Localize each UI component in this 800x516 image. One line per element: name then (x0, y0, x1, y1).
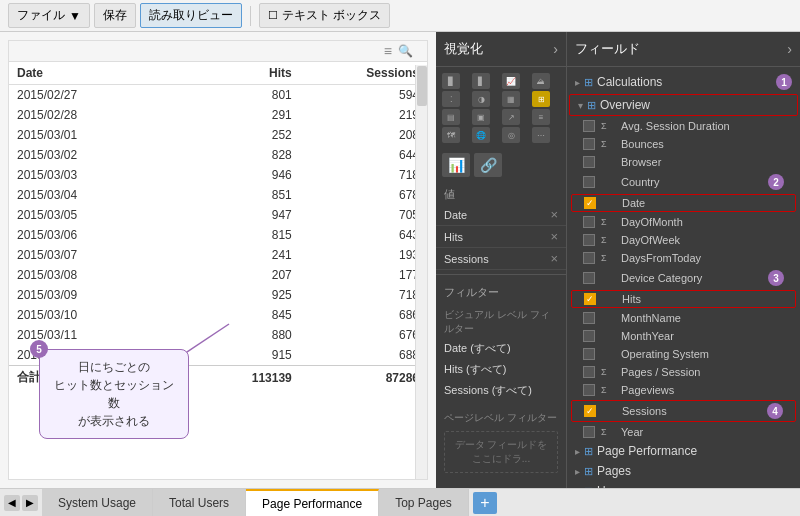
group-name: Pages (597, 464, 631, 478)
checkbox-device-category[interactable] (583, 272, 595, 284)
field-name: MonthYear (621, 330, 784, 342)
badge-1: 1 (776, 74, 792, 90)
field-group-page-performance[interactable]: ▸⊞Page Performance (567, 441, 800, 461)
viz-icon-map[interactable]: 🗺 (442, 127, 460, 143)
value-field-sessions[interactable]: Sessions × (436, 248, 566, 270)
field-item-device-category[interactable]: Device Category3 (567, 267, 800, 289)
group-name: Users (597, 484, 628, 488)
field-name: Sessions (622, 405, 759, 417)
checkbox-browser[interactable] (583, 156, 595, 168)
scrollbar[interactable] (415, 65, 427, 479)
add-tab-btn[interactable]: + (473, 492, 497, 514)
checkbox-pageviews[interactable] (583, 384, 595, 396)
fields-panel-title: フィールド (575, 40, 640, 58)
checkbox-date[interactable] (584, 197, 596, 209)
table-panel: ≡ 🔍 Date Hits Sessions 2015/02/278015942… (8, 40, 428, 480)
checkbox-year[interactable] (583, 426, 595, 438)
field-item-hits[interactable]: Hits (571, 290, 796, 308)
value-field-date-remove[interactable]: × (550, 207, 558, 222)
cell-hits: 207 (191, 265, 300, 285)
table-icon: ⊞ (587, 99, 596, 112)
checkbox-country[interactable] (583, 176, 595, 188)
field-item-date[interactable]: Date (571, 194, 796, 212)
checkbox-avg.-session-duration[interactable] (583, 120, 595, 132)
field-item-country[interactable]: Country2 (567, 171, 800, 193)
viz-icon-table[interactable]: ⊞ (532, 91, 550, 107)
checkbox-monthname[interactable] (583, 312, 595, 324)
value-field-sessions-remove[interactable]: × (550, 251, 558, 266)
search-icon[interactable]: 🔍 (398, 44, 413, 58)
field-item-year[interactable]: ΣYear (567, 423, 800, 441)
viz-icon-kpi[interactable]: ↗ (502, 109, 520, 125)
checkbox-monthyear[interactable] (583, 330, 595, 342)
field-group-overview[interactable]: ▾⊞Overview (569, 94, 798, 116)
field-item-dayofmonth[interactable]: ΣDayOfMonth (567, 213, 800, 231)
field-type-icon: Σ (601, 367, 615, 377)
total-sessions: 87286 (300, 366, 427, 390)
field-name: Date (622, 197, 783, 209)
field-item-pages-/-session[interactable]: ΣPages / Session (567, 363, 800, 381)
checkbox-dayofweek[interactable] (583, 234, 595, 246)
table-row: 2015/03/04851678 (9, 185, 427, 205)
viz-icon-pie[interactable]: ◑ (472, 91, 490, 107)
badge-3: 3 (768, 270, 784, 286)
filter-hits: Hits (すべて) (436, 359, 566, 380)
viz-icon-bar[interactable]: ▊ (442, 73, 460, 89)
viz-icon-filled-map[interactable]: 🌐 (472, 127, 490, 143)
checkbox-bounces[interactable] (583, 138, 595, 150)
table-row: 2015/03/01252208 (9, 125, 427, 145)
value-field-date[interactable]: Date × (436, 204, 566, 226)
expand-icon: ▸ (575, 486, 580, 489)
filter-icon[interactable]: ≡ (384, 43, 392, 59)
read-review-btn[interactable]: 読み取りビュー (140, 3, 242, 28)
checkbox-pages-/-session[interactable] (583, 366, 595, 378)
field-item-bounces[interactable]: ΣBounces (567, 135, 800, 153)
filters-section-label: フィルター (436, 279, 566, 302)
cell-date: 2015/03/01 (9, 125, 191, 145)
fields-list: ▸⊞Calculations1▾⊞OverviewΣAvg. Session D… (567, 67, 800, 488)
group-name: Overview (600, 98, 650, 112)
scroll-thumb[interactable] (417, 66, 427, 106)
checkbox-operating-system[interactable] (583, 348, 595, 360)
viz-tool-analytics[interactable]: 🔗 (474, 153, 502, 177)
field-item-browser[interactable]: Browser (567, 153, 800, 171)
cell-sessions: 678 (300, 185, 427, 205)
viz-icon-scatter[interactable]: ⁚ (442, 91, 460, 107)
textbox-btn[interactable]: ☐ テキスト ボックス (259, 3, 390, 28)
field-item-daysfromtoday[interactable]: ΣDaysFromToday (567, 249, 800, 267)
cell-date: 2015/03/04 (9, 185, 191, 205)
field-item-operating-system[interactable]: Operating System (567, 345, 800, 363)
save-btn[interactable]: 保存 (94, 3, 136, 28)
viz-icon-gauge[interactable]: ◎ (502, 127, 520, 143)
field-item-sessions[interactable]: Sessions4 (571, 400, 796, 422)
file-menu-btn[interactable]: ファイル ▼ (8, 3, 90, 28)
viz-icon-area[interactable]: ⛰ (532, 73, 550, 89)
viz-icon-custom[interactable]: ⋯ (532, 127, 550, 143)
viz-icon-line[interactable]: 📈 (502, 73, 520, 89)
fields-panel-expand[interactable]: › (787, 41, 792, 57)
drop-zone[interactable]: データ フィールドをここにドラ... (444, 431, 558, 473)
checkbox-daysfromtoday[interactable] (583, 252, 595, 264)
viz-tool-format[interactable]: 📊 (442, 153, 470, 177)
value-field-hits-remove[interactable]: × (550, 229, 558, 244)
field-name: Operating System (621, 348, 784, 360)
field-group-calculations[interactable]: ▸⊞Calculations1 (567, 71, 800, 93)
field-item-monthname[interactable]: MonthName (567, 309, 800, 327)
viz-panel-expand[interactable]: › (553, 41, 558, 57)
field-group-users[interactable]: ▸⊞Users (567, 481, 800, 488)
field-item-pageviews[interactable]: ΣPageviews (567, 381, 800, 399)
viz-icon-bar2[interactable]: ▋ (472, 73, 490, 89)
viz-icon-card[interactable]: ▣ (472, 109, 490, 125)
checkbox-hits[interactable] (584, 293, 596, 305)
field-item-dayofweek[interactable]: ΣDayOfWeek (567, 231, 800, 249)
checkbox-sessions[interactable] (584, 405, 596, 417)
viz-icon-slicer[interactable]: ≡ (532, 109, 550, 125)
field-item-monthyear[interactable]: MonthYear (567, 327, 800, 345)
field-item-avg.-session-duration[interactable]: ΣAvg. Session Duration (567, 117, 800, 135)
viz-icon-treemap[interactable]: ▦ (502, 91, 520, 107)
field-group-pages[interactable]: ▸⊞Pages (567, 461, 800, 481)
field-type-icon: Σ (601, 427, 615, 437)
viz-icon-matrix[interactable]: ▤ (442, 109, 460, 125)
value-field-hits[interactable]: Hits × (436, 226, 566, 248)
checkbox-dayofmonth[interactable] (583, 216, 595, 228)
